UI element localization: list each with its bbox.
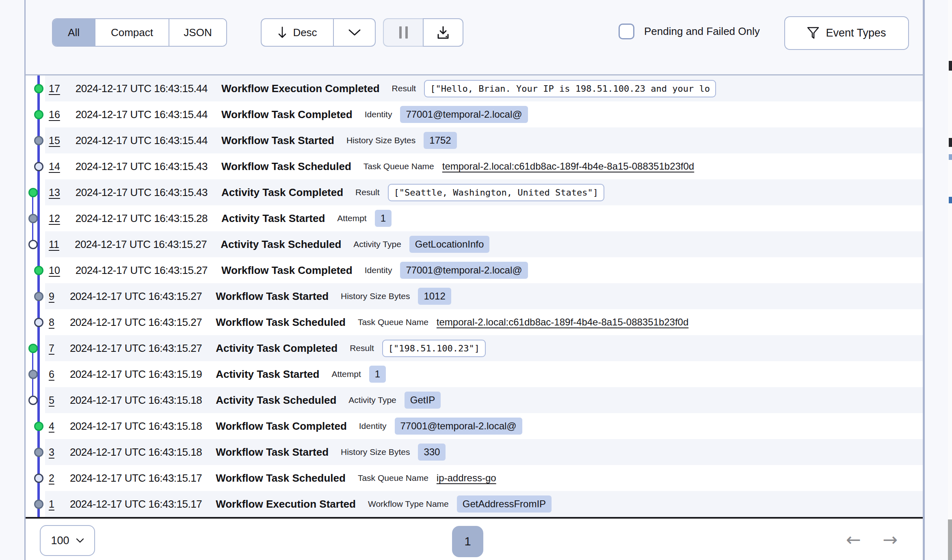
event-id-link[interactable]: 4 bbox=[49, 420, 54, 432]
event-history-toolbar: All Compact JSON Desc Pending and Failed… bbox=[26, 0, 923, 75]
event-id-link[interactable]: 2 bbox=[49, 472, 54, 484]
event-timestamp: 2024-12-17 UTC 16:43:15.44 bbox=[76, 134, 208, 147]
pending-failed-filter: Pending and Failed Only bbox=[619, 16, 760, 47]
event-timestamp: 2024-12-17 UTC 16:43:15.44 bbox=[76, 82, 208, 95]
event-name: Activity Task Scheduled bbox=[216, 394, 336, 407]
event-row[interactable]: 17 2024-12-17 UTC 16:43:15.44 Workflow E… bbox=[26, 75, 923, 101]
scrollbar[interactable] bbox=[948, 519, 952, 560]
event-attr-label: Task Queue Name bbox=[363, 162, 434, 171]
event-name: Activity Task Completed bbox=[216, 342, 338, 355]
sort-options-dropdown-button[interactable] bbox=[333, 19, 375, 46]
event-row[interactable]: 15 2024-12-17 UTC 16:43:15.44 Workflow T… bbox=[26, 127, 923, 153]
page-size-select[interactable]: 100 bbox=[40, 525, 95, 556]
pending-failed-checkbox[interactable] bbox=[619, 24, 634, 39]
event-attr-value-badge: 1012 bbox=[418, 288, 451, 305]
current-page-button[interactable]: 1 bbox=[452, 526, 483, 557]
event-types-label: Event Types bbox=[826, 27, 886, 39]
sort-label: Desc bbox=[293, 26, 317, 39]
event-marker bbox=[34, 318, 43, 327]
event-timestamp: 2024-12-17 UTC 16:43:15.44 bbox=[76, 108, 208, 121]
playback-download-group bbox=[383, 18, 463, 47]
event-name: Activity Task Scheduled bbox=[221, 238, 341, 251]
download-icon bbox=[436, 25, 450, 40]
event-timestamp: 2024-12-17 UTC 16:43:15.27 bbox=[76, 264, 208, 277]
event-id-link[interactable]: 17 bbox=[49, 83, 60, 95]
event-row[interactable]: 7 2024-12-17 UTC 16:43:15.27 Activity Ta… bbox=[26, 335, 923, 361]
event-types-filter-button[interactable]: Event Types bbox=[784, 16, 909, 50]
screen-edge-clipped-content bbox=[948, 0, 952, 560]
event-name: Workflow Task Started bbox=[216, 446, 329, 459]
event-id-link[interactable]: 1 bbox=[49, 498, 54, 510]
event-row[interactable]: 8 2024-12-17 UTC 16:43:15.27 Workflow Ta… bbox=[26, 309, 923, 335]
event-timestamp: 2024-12-17 UTC 16:43:15.19 bbox=[70, 368, 202, 381]
download-history-button[interactable] bbox=[423, 18, 463, 47]
event-attr-value-link[interactable]: ip-address-go bbox=[437, 472, 496, 484]
event-id-link[interactable]: 15 bbox=[49, 135, 60, 146]
view-tab-json[interactable]: JSON bbox=[169, 19, 226, 46]
event-name: Workflow Task Completed bbox=[216, 420, 347, 433]
event-row[interactable]: 4 2024-12-17 UTC 16:43:15.18 Workflow Ta… bbox=[26, 413, 923, 439]
event-attr-value-code: ["Hello, Brian. Your IP is 198.51.100.23… bbox=[424, 80, 716, 97]
event-attr-value-code: ["198.51.100.23"] bbox=[382, 340, 486, 357]
event-attr-label: Task Queue Name bbox=[358, 473, 428, 483]
event-attr-label: Result bbox=[350, 343, 374, 353]
event-id-link[interactable]: 7 bbox=[49, 342, 54, 354]
event-timestamp: 2024-12-17 UTC 16:43:15.27 bbox=[70, 342, 202, 355]
event-attr-label: Result bbox=[392, 84, 416, 93]
event-row[interactable]: 3 2024-12-17 UTC 16:43:15.18 Workflow Ta… bbox=[26, 439, 923, 465]
event-attr-value-badge: 77001@temporal-2.local@ bbox=[400, 262, 528, 279]
event-id-link[interactable]: 6 bbox=[49, 368, 54, 380]
event-row[interactable]: 13 2024-12-17 UTC 16:43:15.43 Activity T… bbox=[26, 179, 923, 205]
event-marker bbox=[28, 214, 38, 223]
event-id-link[interactable]: 5 bbox=[49, 394, 54, 406]
event-id-link[interactable]: 9 bbox=[49, 291, 54, 302]
event-row[interactable]: 14 2024-12-17 UTC 16:43:15.43 Workflow T… bbox=[26, 153, 923, 179]
view-tab-compact[interactable]: Compact bbox=[95, 19, 169, 46]
event-name: Activity Task Started bbox=[216, 368, 319, 381]
event-attr-value-link[interactable]: temporal-2.local:c61db8ac-189f-4b4e-8a15… bbox=[442, 161, 694, 172]
event-row[interactable]: 2 2024-12-17 UTC 16:43:15.17 Workflow Ta… bbox=[26, 465, 923, 491]
event-row[interactable]: 1 2024-12-17 UTC 16:43:15.17 Workflow Ex… bbox=[26, 491, 923, 517]
event-attr-label: Task Queue Name bbox=[358, 317, 428, 327]
event-row[interactable]: 10 2024-12-17 UTC 16:43:15.27 Workflow T… bbox=[26, 257, 923, 283]
sort-desc-button[interactable]: Desc bbox=[262, 19, 333, 46]
event-row[interactable]: 9 2024-12-17 UTC 16:43:15.27 Workflow Ta… bbox=[26, 283, 923, 309]
event-row[interactable]: 5 2024-12-17 UTC 16:43:15.18 Activity Ta… bbox=[26, 387, 923, 413]
event-attr-value-badge: 1 bbox=[375, 210, 392, 227]
event-timestamp: 2024-12-17 UTC 16:43:15.17 bbox=[70, 472, 202, 485]
previous-page-button[interactable]: ← bbox=[846, 531, 861, 549]
event-row[interactable]: 16 2024-12-17 UTC 16:43:15.44 Workflow T… bbox=[26, 101, 923, 127]
event-name: Workflow Execution Completed bbox=[221, 82, 380, 95]
event-attr-label: History Size Bytes bbox=[346, 136, 415, 145]
event-id-link[interactable]: 14 bbox=[49, 161, 60, 172]
event-attr-value-link[interactable]: temporal-2.local:c61db8ac-189f-4b4e-8a15… bbox=[437, 317, 688, 328]
current-page-number: 1 bbox=[464, 535, 471, 548]
event-timestamp: 2024-12-17 UTC 16:43:15.18 bbox=[70, 446, 202, 459]
event-name: Workflow Task Scheduled bbox=[216, 316, 346, 329]
event-attr-label: Attempt bbox=[331, 369, 361, 379]
event-row[interactable]: 11 2024-12-17 UTC 16:43:15.27 Activity T… bbox=[26, 231, 923, 257]
view-tab-all[interactable]: All bbox=[53, 19, 95, 46]
event-id-link[interactable]: 8 bbox=[49, 317, 54, 328]
event-id-link[interactable]: 3 bbox=[49, 446, 54, 458]
event-id-link[interactable]: 11 bbox=[49, 239, 59, 250]
event-id-link[interactable]: 13 bbox=[49, 187, 60, 198]
next-page-button[interactable]: → bbox=[883, 531, 898, 549]
page-size-value: 100 bbox=[51, 534, 69, 547]
event-list: 17 2024-12-17 UTC 16:43:15.44 Workflow E… bbox=[26, 75, 923, 517]
event-attr-value-badge: GetIP bbox=[405, 392, 441, 409]
event-row[interactable]: 6 2024-12-17 UTC 16:43:15.19 Activity Ta… bbox=[26, 361, 923, 387]
event-id-link[interactable]: 16 bbox=[49, 109, 60, 121]
event-attr-value-badge: GetLocationInfo bbox=[409, 236, 489, 253]
event-id-link[interactable]: 12 bbox=[49, 213, 60, 224]
event-marker bbox=[28, 396, 38, 405]
event-attr-label: Activity Type bbox=[353, 239, 401, 249]
event-name: Workflow Task Scheduled bbox=[221, 160, 351, 173]
event-name: Workflow Execution Started bbox=[216, 498, 356, 510]
event-id-link[interactable]: 10 bbox=[49, 265, 60, 276]
event-marker bbox=[28, 344, 38, 353]
pause-button[interactable] bbox=[383, 18, 423, 47]
view-mode-segmented-control: All Compact JSON bbox=[52, 18, 227, 47]
pending-failed-label: Pending and Failed Only bbox=[644, 25, 760, 38]
event-row[interactable]: 12 2024-12-17 UTC 16:43:15.28 Activity T… bbox=[26, 205, 923, 231]
